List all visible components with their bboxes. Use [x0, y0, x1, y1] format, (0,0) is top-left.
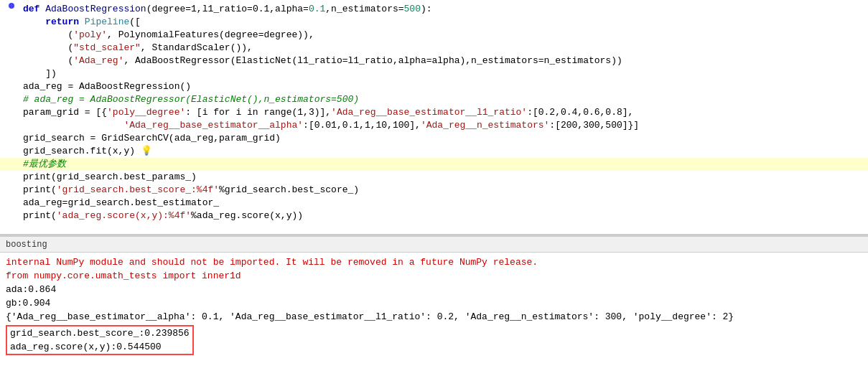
- code-token: return: [23, 17, 85, 27]
- code-token: # ada_reg = AdaBoostRegressor(ElasticNet…: [23, 94, 359, 105]
- output-text: gb:0.904: [6, 296, 50, 310]
- code-token: AdaBoostRegression: [45, 4, 146, 14]
- code-token: (degree=1,l1_ratio=0.1,alpha=: [146, 4, 309, 14]
- output-line: internal NumPy module and should not be …: [6, 255, 862, 269]
- code-token: %ada_reg.score(x,y)): [191, 210, 303, 221]
- code-line: grid_search.fit(x,y) 💡: [0, 145, 868, 158]
- code-token: Pipeline: [85, 17, 129, 27]
- code-token: ([: [129, 17, 141, 27]
- code-content: grid_search = GridSearchCV(ada_reg,param…: [17, 132, 868, 145]
- code-content: ]): [17, 67, 868, 80]
- boxed-output-line: grid_search.best_score_:0.239856: [10, 326, 190, 340]
- code-token: , StandardScaler()),: [141, 42, 253, 53]
- code-token: ]): [23, 68, 57, 79]
- code-line: print('ada_reg.score(x,y):%4f'%ada_reg.s…: [0, 210, 868, 222]
- code-line: grid_search = GridSearchCV(ada_reg,param…: [0, 132, 868, 145]
- code-token: 'grid_search.best_score_:%4f': [57, 184, 219, 195]
- output-line: from numpy.core.umath_tests import inner…: [6, 269, 862, 283]
- output-line: gb:0.904: [6, 296, 862, 310]
- code-token: :[0.2,0.4,0.6,0.8],: [527, 107, 633, 118]
- code-content: ada_reg = AdaBoostRegression(): [17, 80, 868, 93]
- code-token: 'Ada_reg__base_estimator__alpha': [123, 120, 303, 131]
- code-editor-top: def AdaBoostRegression(degree=1,l1_ratio…: [0, 0, 868, 237]
- code-line: def AdaBoostRegression(degree=1,l1_ratio…: [0, 3, 868, 16]
- code-token: 0.1: [309, 4, 325, 14]
- code-line: ]): [0, 67, 868, 80]
- code-line: ('Ada_reg', AdaBoostRegressor(ElasticNet…: [0, 55, 868, 67]
- code-token: #最优参数: [23, 159, 66, 169]
- code-content: 'Ada_reg__base_estimator__alpha':[0.01,0…: [17, 119, 868, 132]
- code-line: ("std_scaler", StandardScaler()),: [0, 42, 868, 55]
- code-token: ,n_estimators=: [325, 4, 403, 14]
- code-line: # ada_reg = AdaBoostRegressor(ElasticNet…: [0, 93, 868, 106]
- code-token: 'poly__degree': [107, 107, 185, 118]
- code-line: ('poly', PolynomialFeatures(degree=degre…: [0, 29, 868, 42]
- code-token: grid_search = GridSearchCV(ada_reg,param…: [23, 133, 281, 144]
- code-content: ('poly', PolynomialFeatures(degree=degre…: [17, 29, 868, 42]
- code-line: param_grid = [{'poly__degree': [i for i …: [0, 106, 868, 119]
- code-token: print(: [23, 184, 57, 195]
- code-token: def: [23, 4, 45, 14]
- line-gutter: [6, 3, 17, 9]
- code-token: print(grid_search.best_params_): [23, 171, 197, 182]
- code-content: return Pipeline([: [17, 16, 868, 29]
- output-text: from numpy.core.umath_tests import inner…: [6, 269, 241, 283]
- code-content: print('grid_search.best_score_:%4f'%grid…: [17, 184, 868, 197]
- code-line: print(grid_search.best_params_): [0, 171, 868, 184]
- code-token: 500: [404, 4, 421, 14]
- code-content: def AdaBoostRegression(degree=1,l1_ratio…: [17, 3, 868, 16]
- code-content: ('Ada_reg', AdaBoostRegressor(ElasticNet…: [17, 55, 868, 67]
- code-token: grid_search.fit(x,y) 💡: [23, 146, 152, 156]
- boxed-output-line: ada_reg.score(x,y):0.544500: [10, 340, 190, 354]
- panel-title: boosting: [6, 240, 47, 250]
- code-token: %grid_search.best_score_): [219, 184, 359, 195]
- code-line: 'Ada_reg__base_estimator__alpha':[0.01,0…: [0, 119, 868, 132]
- output-area: internal NumPy module and should not be …: [0, 253, 868, 358]
- code-content: # ada_reg = AdaBoostRegressor(ElasticNet…: [17, 93, 868, 106]
- code-token: ):: [421, 4, 432, 14]
- code-token: (: [23, 29, 73, 40]
- code-token: ada_reg=grid_search.best_estimator_: [23, 197, 219, 208]
- code-token: "std_scaler": [73, 42, 141, 53]
- code-token: 'Ada_reg__base_estimator__l1_ratio': [331, 107, 527, 118]
- code-line: return Pipeline([: [0, 16, 868, 29]
- output-text: internal NumPy module and should not be …: [6, 255, 538, 269]
- output-text: {'Ada_reg__base_estimator__alpha': 0.1, …: [6, 310, 734, 324]
- code-line: ada_reg=grid_search.best_estimator_: [0, 197, 868, 210]
- code-token: , AdaBoostRegressor(ElasticNet(l1_ratio=…: [123, 55, 622, 66]
- code-token: 'Ada_reg__n_estimators': [421, 120, 549, 131]
- boxed-output: grid_search.best_score_:0.239856ada_reg.…: [6, 325, 194, 355]
- code-token: param_grid = [{: [23, 107, 107, 118]
- code-token: :[200,300,500]}]: [549, 120, 639, 131]
- code-token: (: [23, 55, 73, 66]
- output-text: ada:0.864: [6, 283, 56, 296]
- output-line: {'Ada_reg__base_estimator__alpha': 0.1, …: [6, 310, 862, 324]
- code-token: 'poly': [73, 29, 107, 40]
- code-token: ada_reg = AdaBoostRegression(): [23, 81, 191, 92]
- output-line: ada:0.864: [6, 283, 862, 296]
- breakpoint-dot: [9, 3, 14, 9]
- code-token: :[0.01,0.1,1,10,100],: [303, 120, 421, 131]
- panel-header: boosting: [0, 237, 868, 253]
- code-token: print(: [23, 210, 57, 221]
- code-content: ada_reg=grid_search.best_estimator_: [17, 197, 868, 210]
- code-token: [23, 120, 123, 131]
- code-content: ("std_scaler", StandardScaler()),: [17, 42, 868, 55]
- code-line: ada_reg = AdaBoostRegression(): [0, 80, 868, 93]
- code-token: 'ada_reg.score(x,y):%4f': [57, 210, 191, 221]
- code-line: #最优参数: [0, 158, 868, 171]
- code-token: : [i for i in range(1,3)],: [185, 107, 331, 118]
- code-token: (: [23, 42, 73, 53]
- code-content: print('ada_reg.score(x,y):%4f'%ada_reg.s…: [17, 210, 868, 222]
- code-line: print('grid_search.best_score_:%4f'%grid…: [0, 184, 868, 197]
- code-token: 'Ada_reg': [73, 55, 123, 66]
- code-token: , PolynomialFeatures(degree=degree)),: [107, 29, 314, 40]
- code-content: #最优参数: [17, 158, 868, 171]
- output-panel: boosting internal NumPy module and shoul…: [0, 237, 868, 378]
- code-content: param_grid = [{'poly__degree': [i for i …: [17, 106, 868, 119]
- code-content: grid_search.fit(x,y) 💡: [17, 145, 868, 158]
- code-content: print(grid_search.best_params_): [17, 171, 868, 184]
